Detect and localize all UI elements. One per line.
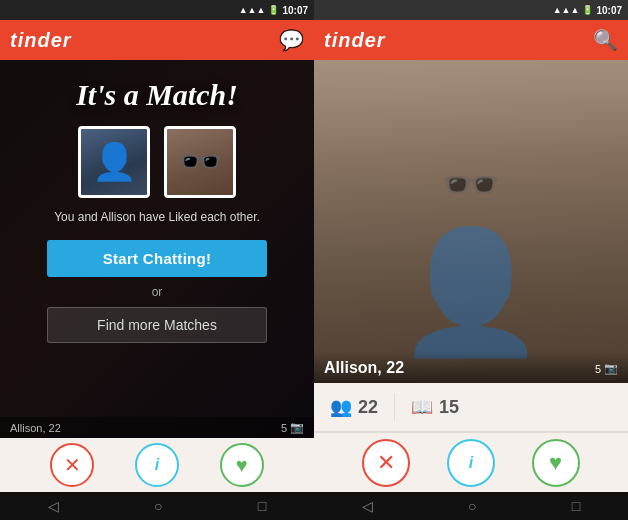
time-left: 10:07	[282, 5, 308, 16]
photo-count-number-right: 5	[595, 363, 601, 375]
top-bar-left: tinder 💬	[0, 20, 314, 60]
profile-name-left: Allison, 22	[10, 422, 61, 434]
interests-icon: 📖	[411, 396, 433, 418]
info-icon-right: i	[469, 454, 473, 472]
match-avatar-icon: 🕶️	[178, 141, 223, 183]
or-divider: or	[152, 285, 163, 299]
recent-button-left[interactable]: □	[258, 498, 266, 514]
home-button-right[interactable]: ○	[468, 498, 476, 514]
match-content: It's a Match! 👤 🕶️ You and Allison have …	[0, 60, 314, 343]
camera-icon-left: 📷	[290, 421, 304, 434]
signal-icon-right: ▲▲▲	[553, 5, 580, 15]
signal-icon: ▲▲▲	[239, 5, 266, 15]
find-matches-button[interactable]: Find more Matches	[47, 307, 267, 343]
tinder-logo-right: tinder	[324, 29, 386, 52]
info-button-left[interactable]: i	[135, 443, 179, 487]
match-title: It's a Match!	[76, 78, 238, 112]
start-chatting-button[interactable]: Start Chatting!	[47, 240, 267, 277]
like-button-right[interactable]: ♥	[532, 439, 580, 487]
left-panel: ▲▲▲ 🔋 10:07 tinder 💬 It's a Match! 👤 🕶️ …	[0, 0, 314, 520]
battery-icon-right: 🔋	[582, 5, 593, 15]
nope-button-left[interactable]: ✕	[50, 443, 94, 487]
android-nav-right: ◁ ○ □	[314, 492, 628, 520]
match-overlay: It's a Match! 👤 🕶️ You and Allison have …	[0, 60, 314, 492]
profile-photo-count: 5 📷	[595, 362, 618, 375]
photo-count-left: 5 📷	[281, 421, 304, 434]
bottom-actions-right: ✕ i ♥	[314, 432, 628, 492]
mutual-interests-stat: 📖 15	[411, 396, 459, 418]
battery-icon: 🔋	[268, 5, 279, 15]
bottom-actions-left: ✕ i ♥	[0, 438, 314, 492]
nope-icon-right: ✕	[377, 450, 395, 476]
back-button-left[interactable]: ◁	[48, 498, 59, 514]
stats-divider	[394, 393, 395, 421]
person-silhouette: 👤	[396, 222, 546, 363]
info-icon-left: i	[155, 456, 159, 474]
time-right: 10:07	[596, 5, 622, 16]
top-bar-right: tinder 🔍	[314, 20, 628, 60]
avatar-user: 👤	[78, 126, 150, 198]
sunglasses-icon: 🕶️	[441, 157, 501, 213]
friends-icon: 👥	[330, 396, 352, 418]
profile-photo-area: 👤 🕶️ Allison, 22 5 📷	[314, 60, 628, 383]
like-icon-left: ♥	[236, 454, 248, 477]
status-bar-right: ▲▲▲ 🔋 10:07	[314, 0, 628, 20]
android-nav-left: ◁ ○ □	[0, 492, 314, 520]
tinder-logo-left: tinder	[10, 29, 72, 52]
home-button-left[interactable]: ○	[154, 498, 162, 514]
match-description: You and Allison have Liked each other.	[54, 210, 260, 224]
nope-icon-left: ✕	[64, 453, 81, 477]
avatars-row: 👤 🕶️	[78, 126, 236, 198]
profile-name-right: Allison, 22	[324, 359, 404, 376]
avatar-match: 🕶️	[164, 126, 236, 198]
recent-button-right[interactable]: □	[572, 498, 580, 514]
profile-name-strip: Allison, 22	[314, 351, 628, 383]
like-button-left[interactable]: ♥	[220, 443, 264, 487]
nope-button-right[interactable]: ✕	[362, 439, 410, 487]
search-icon-button[interactable]: 🔍	[593, 28, 618, 52]
chat-icon-button[interactable]: 💬	[279, 28, 304, 52]
status-bar-left: ▲▲▲ 🔋 10:07	[0, 0, 314, 20]
profile-stats: 👥 22 📖 15	[314, 383, 628, 432]
mutual-friends-count: 22	[358, 397, 378, 418]
mutual-friends-stat: 👥 22	[330, 396, 378, 418]
mutual-interests-count: 15	[439, 397, 459, 418]
user-avatar-icon: 👤	[92, 141, 137, 183]
info-button-right[interactable]: i	[447, 439, 495, 487]
back-button-right[interactable]: ◁	[362, 498, 373, 514]
like-icon-right: ♥	[549, 450, 562, 476]
photo-count-number-left: 5	[281, 422, 287, 434]
camera-icon-right: 📷	[604, 362, 618, 375]
right-panel: ▲▲▲ 🔋 10:07 tinder 🔍 👤 🕶️ Allison, 22 5 …	[314, 0, 628, 520]
name-strip-left: Allison, 22 5 📷	[0, 417, 314, 438]
